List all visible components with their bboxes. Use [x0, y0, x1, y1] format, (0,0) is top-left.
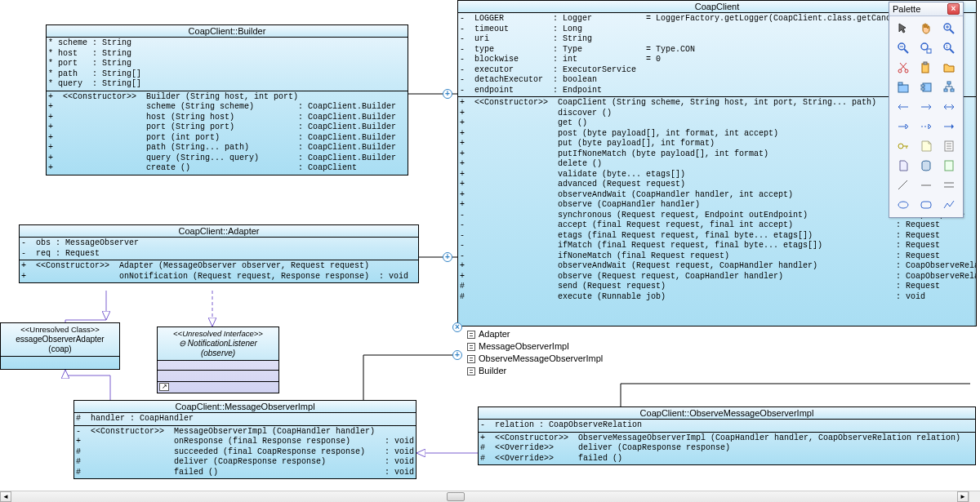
- iface-pkg: (observe): [159, 349, 277, 358]
- scroll-left-arrow[interactable]: ◄: [0, 491, 11, 502]
- palette-zoom-actual-icon[interactable]: 1: [938, 39, 960, 57]
- class-title: CoapClient::Builder: [47, 25, 408, 38]
- svg-line-48: [898, 180, 907, 189]
- class-icon: [467, 367, 475, 375]
- scrollbar-corner: [969, 491, 980, 502]
- nested-item[interactable]: ObserveMessageObserverImpl: [467, 353, 791, 365]
- palette-sheet-icon[interactable]: [938, 157, 960, 175]
- attr-compartment: # handler : CoapHandler: [74, 413, 416, 426]
- svg-rect-29: [921, 88, 924, 90]
- palette-assoc-right-icon[interactable]: [915, 98, 937, 116]
- diagram-canvas[interactable]: CoapClient::Builder * scheme : String * …: [0, 0, 980, 491]
- palette-note-icon[interactable]: [915, 137, 937, 155]
- svg-line-22: [900, 63, 906, 69]
- nested-classes-list[interactable]: Adapter MessageObserverImpl ObserveMessa…: [464, 327, 791, 379]
- palette-zoom-in-icon[interactable]: [938, 20, 960, 38]
- svg-line-8: [950, 29, 954, 33]
- svg-rect-15: [927, 49, 931, 53]
- palette-assoc-left-icon[interactable]: [893, 98, 914, 116]
- svg-point-52: [898, 202, 908, 208]
- palette-cylinder-icon[interactable]: [915, 157, 937, 175]
- expander-plus[interactable]: +: [452, 350, 462, 360]
- svg-point-39: [898, 144, 903, 149]
- palette-title-text: Palette: [893, 4, 920, 14]
- palette-gen-line-icon[interactable]: [893, 176, 914, 194]
- svg-rect-23: [922, 64, 929, 73]
- palette-link-dashed-icon[interactable]: [915, 118, 937, 135]
- class-title: CoapClient::MessageObserverImpl: [74, 401, 416, 413]
- palette-dep-closed-icon[interactable]: [938, 118, 960, 135]
- palette-body: 1: [889, 16, 963, 217]
- empty-compartment: [158, 361, 278, 371]
- palette-link-open-icon[interactable]: [893, 118, 914, 135]
- svg-rect-28: [921, 85, 924, 87]
- palette-hand-icon[interactable]: [915, 20, 937, 38]
- svg-rect-31: [944, 89, 947, 91]
- ops-compartment: + <<Constructor>> Builder (String host, …: [47, 91, 408, 175]
- svg-point-20: [905, 69, 908, 73]
- palette-file-icon[interactable]: [893, 157, 914, 175]
- scroll-right-arrow[interactable]: ►: [957, 491, 969, 502]
- svg-point-19: [898, 69, 902, 73]
- expander-plus[interactable]: +: [443, 89, 452, 99]
- iface-name: ⊖ NotificationListener: [159, 339, 277, 349]
- class-coapclient-builder[interactable]: CoapClient::Builder * scheme : String * …: [46, 24, 408, 175]
- attr-compartment: - relation : CoapObserveRelation: [479, 420, 975, 433]
- nested-item[interactable]: Adapter: [467, 328, 791, 340]
- palette-line-2-icon[interactable]: [938, 176, 960, 194]
- palette-key-icon[interactable]: [893, 137, 914, 155]
- palette-package-icon[interactable]: [893, 78, 914, 96]
- close-icon[interactable]: ×: [947, 3, 960, 15]
- class-icon: [467, 355, 475, 363]
- unresolved-class[interactable]: <<Unresolved Class>> essageObserverAdapt…: [0, 322, 120, 370]
- class-coapclient-adapter[interactable]: CoapClient::Adapter - obs : MessageObser…: [19, 224, 419, 283]
- palette-hierarchy-icon[interactable]: [938, 78, 960, 96]
- empty-compartment: [1, 357, 119, 363]
- ops-compartment: - <<Constructor>> MessageObserverImpl (C…: [74, 426, 416, 479]
- palette-cut-icon[interactable]: [893, 59, 914, 77]
- palette-polyline-icon[interactable]: [938, 196, 960, 214]
- nested-item[interactable]: Builder: [467, 365, 791, 377]
- empty-compartment: [158, 371, 278, 382]
- class-pkg: (coap): [2, 344, 118, 354]
- svg-rect-30: [947, 82, 951, 84]
- stereotype: <<Unresolved Class>>: [2, 325, 118, 335]
- palette[interactable]: Palette × 1: [889, 2, 964, 218]
- svg-text:1: 1: [946, 44, 948, 49]
- class-icon: [467, 331, 475, 339]
- palette-rounded-icon[interactable]: [915, 196, 937, 214]
- svg-rect-26: [898, 82, 902, 85]
- palette-ellipse-icon[interactable]: [893, 196, 914, 214]
- palette-zoom-fit-icon[interactable]: [915, 39, 937, 57]
- palette-component-icon[interactable]: [915, 78, 937, 96]
- stereotype: <<Unresolved Interface>>: [159, 329, 277, 339]
- class-messageobserverimpl[interactable]: CoapClient::MessageObserverImpl # handle…: [74, 400, 416, 479]
- class-observemessageobserverimpl[interactable]: CoapClient::ObserveMessageObserverImpl -…: [478, 406, 976, 465]
- ops-compartment: + <<Constructor>> Adapter (MessageObserv…: [20, 260, 418, 282]
- class-name: essageObserverAdapter: [2, 335, 118, 344]
- svg-line-12: [904, 49, 908, 53]
- palette-pointer-icon[interactable]: [893, 20, 914, 38]
- class-icon: [467, 343, 475, 351]
- scroll-thumb[interactable]: [447, 492, 465, 501]
- palette-zoom-out-icon[interactable]: [893, 39, 914, 57]
- palette-folder-icon[interactable]: [938, 59, 960, 77]
- horizontal-scrollbar[interactable]: ◄ ►: [0, 491, 969, 502]
- palette-line-1-icon[interactable]: [915, 176, 937, 194]
- palette-assoc-biarrow-icon[interactable]: [938, 98, 960, 116]
- svg-line-18: [950, 49, 954, 53]
- svg-rect-25: [898, 85, 908, 92]
- shortcut-icon: ↗: [159, 383, 169, 391]
- expander-minus[interactable]: ×: [452, 322, 462, 332]
- attr-compartment: * scheme : String * host : String * port…: [47, 38, 408, 91]
- nested-item[interactable]: MessageObserverImpl: [467, 340, 791, 353]
- palette-title-bar[interactable]: Palette ×: [889, 2, 963, 16]
- class-title: CoapClient::Adapter: [20, 225, 418, 238]
- palette-document-icon[interactable]: [938, 137, 960, 155]
- expander-plus[interactable]: +: [443, 252, 452, 262]
- svg-rect-47: [945, 161, 953, 171]
- svg-rect-32: [951, 89, 954, 91]
- palette-paste-icon[interactable]: [915, 59, 937, 77]
- unresolved-interface[interactable]: <<Unresolved Interface>> ⊖ NotificationL…: [157, 327, 279, 393]
- scroll-track[interactable]: [11, 491, 957, 502]
